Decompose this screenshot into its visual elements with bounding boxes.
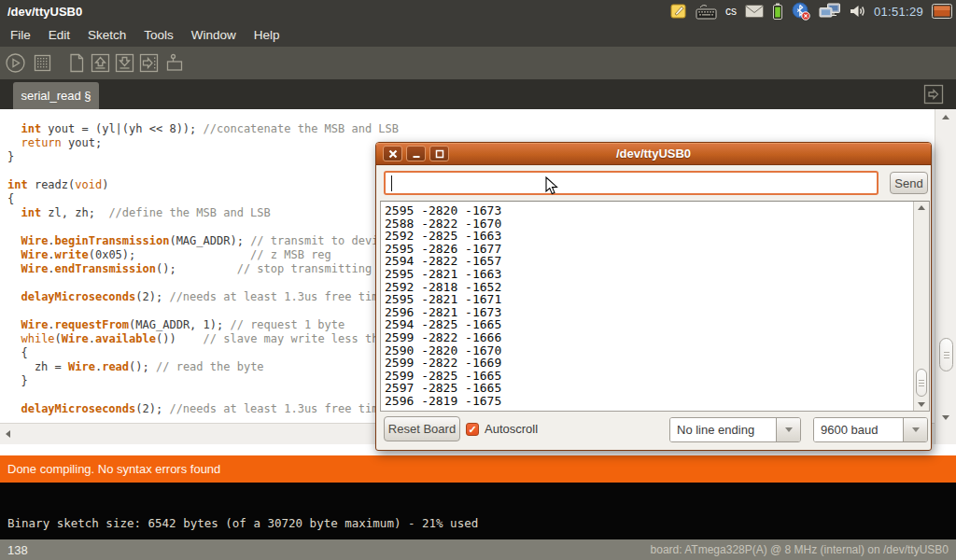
menu-help[interactable]: Help — [246, 24, 288, 46]
tab-serial-read[interactable]: serial_read § — [13, 82, 99, 109]
toolbar — [0, 47, 956, 79]
keyboard-icon[interactable] — [696, 4, 717, 20]
serial-monitor-window: /dev/ttyUSB0 Send 2595 -2820 -1673 2588 … — [375, 142, 932, 451]
clock[interactable]: 01:51:29 — [874, 5, 923, 19]
scroll-up-arrow-icon[interactable] — [942, 115, 949, 119]
window-minimize-button[interactable] — [406, 146, 426, 161]
system-tray: cs 01:51:29 — [670, 0, 956, 22]
verify-button[interactable] — [3, 51, 27, 76]
status-footer: 138 board: ATmega328P(A) @ 8 MHz (intern… — [0, 539, 956, 560]
volume-icon[interactable] — [850, 4, 865, 19]
baud-rate-value: 9600 baud — [814, 418, 903, 441]
serial-output-area[interactable]: 2595 -2820 -1673 2588 -2822 -1670 2592 -… — [380, 201, 930, 412]
scroll-down-arrow-icon[interactable] — [918, 402, 925, 407]
upload-button[interactable] — [136, 51, 161, 76]
stop-button[interactable] — [30, 51, 54, 76]
text-caret — [391, 175, 392, 191]
compile-status-message: Done compiling. No syntax errors found — [7, 462, 220, 476]
reset-board-button[interactable]: Reset Board — [384, 416, 460, 441]
line-ending-dropdown[interactable]: No line ending — [669, 417, 801, 442]
line-number: 138 — [7, 543, 28, 557]
serial-input-field[interactable] — [384, 171, 879, 195]
chevron-down-icon — [912, 427, 920, 432]
window-maximize-button[interactable] — [429, 146, 449, 161]
tab-bar: serial_read § — [0, 79, 956, 109]
scroll-up-arrow-icon[interactable] — [918, 205, 925, 210]
window-close-button[interactable] — [383, 146, 402, 161]
board-info: board: ATmega328P(A) @ 8 MHz (internal) … — [651, 543, 949, 556]
menu-tools[interactable]: Tools — [136, 24, 181, 46]
chevron-down-icon — [785, 427, 793, 432]
serial-monitor-button[interactable] — [162, 51, 187, 76]
active-window-title: /dev/ttyUSB0 — [7, 5, 82, 19]
new-sketch-button[interactable] — [63, 51, 88, 76]
top-panel: /dev/ttyUSB0 cs 01:51:29 — [0, 0, 956, 22]
mail-icon[interactable] — [745, 5, 764, 18]
dropdown-arrow-button[interactable] — [903, 418, 927, 441]
serial-scrollbar[interactable] — [913, 202, 929, 411]
menu-file[interactable]: File — [3, 24, 38, 46]
battery-icon[interactable] — [772, 3, 783, 21]
mouse-cursor-icon — [545, 176, 558, 200]
keyboard-layout-indicator[interactable]: cs — [725, 5, 737, 18]
bluetooth-icon[interactable] — [792, 2, 810, 21]
autoscroll-label: Autoscroll — [485, 422, 538, 436]
autoscroll-checkbox[interactable]: ✓ — [466, 423, 479, 436]
editor-vertical-scrollbar[interactable] — [935, 109, 956, 444]
menu-sketch[interactable]: Sketch — [80, 24, 134, 46]
serial-output: 2595 -2820 -1673 2588 -2822 -1670 2592 -… — [381, 202, 913, 411]
serial-monitor-titlebar[interactable]: /dev/ttyUSB0 — [376, 143, 931, 165]
serial-monitor-title: /dev/ttyUSB0 — [616, 147, 691, 161]
menu-edit[interactable]: Edit — [41, 24, 77, 46]
serial-scrollbar-thumb[interactable] — [916, 369, 927, 397]
open-sketch-button[interactable] — [88, 51, 112, 76]
console-output: Binary sketch size: 6542 bytes (of a 307… — [0, 483, 956, 530]
network-icon[interactable] — [819, 3, 841, 20]
editor-scrollbar-thumb[interactable] — [939, 338, 953, 371]
baud-rate-dropdown[interactable]: 9600 baud — [813, 417, 928, 442]
scroll-left-arrow-icon[interactable] — [6, 430, 10, 438]
menu-bar: File Edit Sketch Tools Window Help — [0, 22, 956, 47]
line-ending-value: No line ending — [670, 418, 776, 441]
save-sketch-button[interactable] — [112, 51, 136, 76]
send-button[interactable]: Send — [890, 172, 928, 194]
tab-menu-button[interactable] — [922, 83, 945, 105]
code-line: int yout = (yl|(yh << 8)); //concatenate… — [7, 122, 935, 136]
menu-window[interactable]: Window — [184, 24, 244, 46]
dropdown-arrow-button[interactable] — [776, 418, 800, 441]
scroll-down-arrow-icon[interactable] — [942, 415, 949, 420]
session-icon[interactable] — [932, 4, 952, 19]
build-console: Binary sketch size: 6542 bytes (of a 307… — [0, 483, 956, 539]
note-icon[interactable] — [670, 3, 687, 20]
compile-status-bar: Done compiling. No syntax errors found — [0, 455, 956, 483]
tab-label: serial_read § — [21, 89, 91, 103]
